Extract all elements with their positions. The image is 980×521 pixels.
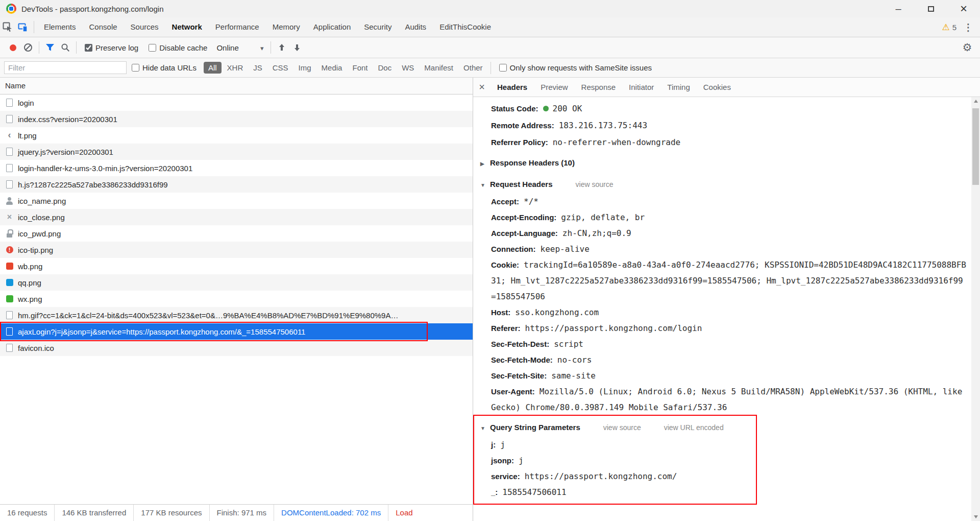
record-button[interactable]	[5, 40, 20, 55]
detail-tab-timing[interactable]: Timing	[660, 78, 696, 97]
filter-chip-doc[interactable]: Doc	[373, 62, 396, 74]
scroll-up-button[interactable]	[971, 97, 980, 106]
request-row[interactable]: hm.gif?cc=1&ck=1&cl=24-bit&ds=400x523&vl…	[0, 307, 473, 323]
request-row[interactable]: ico_close.png	[0, 209, 473, 225]
warnings-badge[interactable]: 5	[938, 22, 961, 33]
section-header[interactable]: Query String Parametersview sourceview U…	[473, 419, 967, 437]
search-button[interactable]	[58, 40, 73, 55]
request-row[interactable]: wb.png	[0, 258, 473, 274]
disable-cache-checkbox[interactable]	[149, 44, 156, 52]
filter-chip-font[interactable]: Font	[348, 62, 372, 74]
request-row[interactable]: index.css?version=20200301	[0, 111, 473, 127]
preserve-log-checkbox[interactable]	[85, 44, 92, 52]
close-button[interactable]	[947, 0, 980, 17]
view-source-link[interactable]: view source	[576, 180, 614, 188]
tab-sources[interactable]: Sources	[124, 17, 165, 37]
samesite-checkbox[interactable]	[499, 64, 507, 72]
name-column-header[interactable]: Name	[0, 78, 473, 94]
tab-editthiscookie[interactable]: EditThisCookie	[433, 17, 498, 37]
request-row[interactable]: favicon.ico	[0, 340, 473, 356]
minimize-button[interactable]	[882, 0, 915, 17]
disclosure-triangle-icon[interactable]	[480, 177, 486, 194]
document-icon	[5, 327, 14, 336]
header-item: _:1585547506011	[473, 484, 967, 500]
tab-network[interactable]: Network	[165, 17, 209, 37]
request-row[interactable]: wx.png	[0, 291, 473, 307]
request-name: login	[18, 99, 34, 107]
header-label: Status Code:	[491, 104, 538, 113]
tab-elements[interactable]: Elements	[37, 17, 83, 37]
disable-cache-toggle[interactable]: Disable cache	[149, 43, 207, 52]
tab-performance[interactable]: Performance	[209, 17, 266, 37]
detail-tab-preview[interactable]: Preview	[534, 78, 574, 97]
request-row[interactable]: jquery.js?version=20200301	[0, 144, 473, 160]
vertical-scrollbar[interactable]	[971, 97, 980, 521]
more-options-button[interactable]	[961, 19, 976, 35]
maximize-button[interactable]	[915, 0, 947, 17]
request-row[interactable]: h.js?1287c2225a527abe3386233dd9316f99	[0, 176, 473, 193]
request-row[interactable]: login	[0, 94, 473, 111]
samesite-toggle[interactable]: Only show requests with SameSite issues	[499, 63, 652, 72]
settings-button[interactable]	[960, 40, 975, 55]
filter-chip-media[interactable]: Media	[317, 62, 347, 74]
import-har-button[interactable]	[274, 40, 289, 55]
request-row[interactable]: qq.png	[0, 274, 473, 291]
disable-cache-label: Disable cache	[159, 43, 207, 52]
close-detail-pane-button[interactable]	[473, 81, 491, 93]
disclosure-triangle-icon[interactable]	[480, 420, 486, 437]
filter-chip-img[interactable]: Img	[294, 62, 316, 74]
hide-data-urls-toggle[interactable]: Hide data URLs	[132, 63, 197, 72]
filter-chip-other[interactable]: Other	[459, 62, 487, 74]
filter-chip-js[interactable]: JS	[249, 62, 267, 74]
detail-tabbar: HeadersPreviewResponseInitiatorTimingCoo…	[473, 78, 980, 97]
section-title[interactable]: Query String Parameters	[490, 423, 580, 432]
filter-chip-ws[interactable]: WS	[397, 62, 419, 74]
person-icon	[5, 197, 14, 205]
filter-chip-all[interactable]: All	[204, 62, 222, 74]
section-header[interactable]: Request Headersview source	[473, 176, 967, 194]
export-har-button[interactable]	[289, 40, 305, 55]
detail-tab-cookies[interactable]: Cookies	[697, 78, 738, 97]
document-icon	[5, 148, 14, 156]
view-url-encoded-link[interactable]: view URL encoded	[664, 423, 724, 432]
detail-tab-headers[interactable]: Headers	[491, 78, 534, 97]
request-row[interactable]: login-handler-kz-ums-3.0-min.js?version=…	[0, 160, 473, 176]
throttling-select[interactable]: Online	[216, 43, 263, 52]
header-label: Referrer Policy:	[491, 138, 548, 147]
clear-button[interactable]	[20, 40, 36, 55]
scroll-down-button[interactable]	[971, 512, 980, 521]
device-toolbar-button[interactable]	[15, 19, 31, 35]
inspect-element-button[interactable]	[0, 19, 15, 35]
hide-data-urls-checkbox[interactable]	[132, 64, 139, 72]
request-name: hm.gif?cc=1&ck=1&cl=24-bit&ds=400x523&vl…	[18, 311, 398, 320]
filter-toggle-button[interactable]	[42, 40, 58, 55]
document-icon	[5, 99, 14, 107]
header-item: jsonp:j	[473, 453, 967, 468]
brand-icon	[5, 262, 14, 271]
request-row[interactable]: lt.png	[0, 127, 473, 144]
tab-console[interactable]: Console	[83, 17, 124, 37]
request-row[interactable]: ico-tip.png	[0, 242, 473, 258]
section-title[interactable]: Request Headers	[490, 180, 553, 188]
tab-security[interactable]: Security	[357, 17, 398, 37]
filter-chip-css[interactable]: CSS	[268, 62, 293, 74]
preserve-log-toggle[interactable]: Preserve log	[85, 43, 138, 52]
request-row[interactable]: ico_pwd.png	[0, 225, 473, 242]
view-source-link[interactable]: view source	[603, 423, 641, 432]
detail-tab-response[interactable]: Response	[575, 78, 623, 97]
filter-chip-manifest[interactable]: Manifest	[420, 62, 458, 74]
header-value: 200 OK	[553, 104, 582, 113]
section-title[interactable]: Response Headers (10)	[490, 158, 575, 167]
request-row[interactable]: ajaxLogin?j=j&jsonp=j&service=https://pa…	[0, 323, 473, 340]
scrollbar-thumb[interactable]	[972, 108, 979, 185]
tab-memory[interactable]: Memory	[266, 17, 307, 37]
tab-application[interactable]: Application	[307, 17, 357, 37]
request-row[interactable]: ico_name.png	[0, 193, 473, 209]
filter-input[interactable]	[4, 61, 127, 74]
filter-chip-xhr[interactable]: XHR	[223, 62, 248, 74]
disclosure-triangle-icon[interactable]	[480, 156, 486, 172]
detail-tab-initiator[interactable]: Initiator	[622, 78, 660, 97]
section-header[interactable]: Response Headers (10)	[473, 155, 967, 172]
resource-type-filters: AllXHRJSCSSImgMediaFontDocWSManifestOthe…	[204, 62, 487, 74]
tab-audits[interactable]: Audits	[398, 17, 433, 37]
